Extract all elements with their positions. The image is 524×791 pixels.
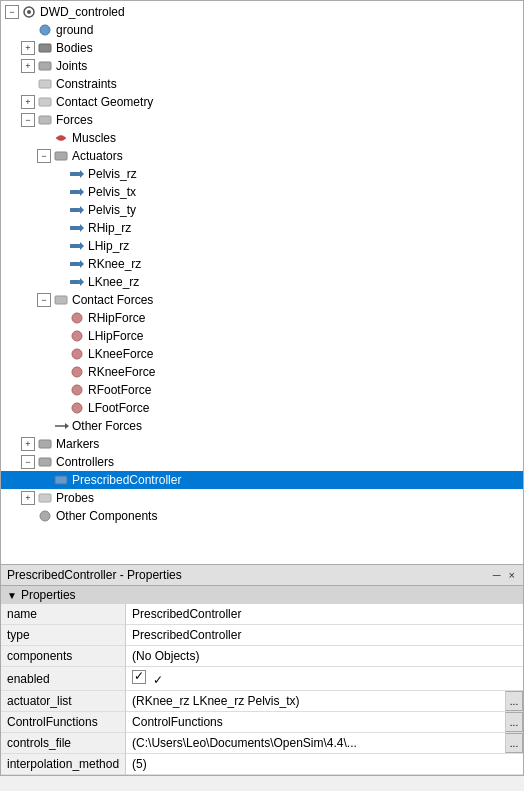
tree-item-contact-geom[interactable]: Contact Geometry [1, 93, 523, 111]
prop-row-interpolation: interpolation_method (5) [1, 754, 523, 775]
svg-marker-31 [65, 423, 69, 429]
expand-forces[interactable] [21, 113, 35, 127]
actuator-list-value: (RKnee_rz LKnee_rz Pelvis_tx) [126, 691, 505, 711]
actuators-icon [53, 148, 69, 164]
panel-close-button[interactable]: × [507, 569, 517, 581]
bodies-icon [37, 40, 53, 56]
prop-name-components: components [1, 646, 126, 667]
tree-item-rkneeforce[interactable]: RKneeForce [1, 363, 523, 381]
markers-icon [37, 436, 53, 452]
contact-forces-icon [53, 292, 69, 308]
prop-value-type: PrescribedController [126, 625, 523, 646]
tree-label-muscles: Muscles [72, 131, 116, 145]
prop-value-interpolation: (5) [126, 754, 523, 775]
expand-joints[interactable] [21, 59, 35, 73]
svg-point-25 [72, 331, 82, 341]
forces-icon [37, 112, 53, 128]
tree-item-prescribed-controller[interactable]: PrescribedController [1, 471, 523, 489]
tree-item-joints[interactable]: Joints [1, 57, 523, 75]
svg-rect-19 [70, 262, 80, 266]
prop-row-type: type PrescribedController [1, 625, 523, 646]
sphere-icon [37, 22, 53, 38]
prop-value-name: PrescribedController [126, 604, 523, 625]
expand-probes[interactable] [21, 491, 35, 505]
constraints-icon [37, 76, 53, 92]
expand-controllers[interactable] [21, 455, 35, 469]
tree-label-rhip-rz: RHip_rz [88, 221, 131, 235]
tree-item-ground[interactable]: ground [1, 21, 523, 39]
panel-header: PrescribedController - Properties ─ × [1, 565, 523, 586]
expand-root[interactable] [5, 5, 19, 19]
tree-content[interactable]: DWD_controled ground Bodies [1, 1, 523, 564]
tree-item-rknee-rz[interactable]: RKnee_rz [1, 255, 523, 273]
properties-table: name PrescribedController type Prescribe… [1, 604, 523, 775]
tree-item-lknee-rz[interactable]: LKnee_rz [1, 273, 523, 291]
expand-actuators[interactable] [37, 149, 51, 163]
tree-item-other-forces[interactable]: Other Forces [1, 417, 523, 435]
tree-item-controllers[interactable]: Controllers [1, 453, 523, 471]
tree-item-bodies[interactable]: Bodies [1, 39, 523, 57]
controls-file-browse-button[interactable]: ... [505, 733, 523, 753]
contact-force-item-icon-lfoot [69, 400, 85, 416]
contact-force-item-icon-rknee [69, 364, 85, 380]
prop-row-name: name PrescribedController [1, 604, 523, 625]
other-components-icon [37, 508, 53, 524]
tree-item-lhip-rz[interactable]: LHip_rz [1, 237, 523, 255]
tree-item-pelvis-tx[interactable]: Pelvis_tx [1, 183, 523, 201]
expand-constraints-empty [21, 77, 35, 91]
actuator-item-icon-rknee [69, 256, 85, 272]
tree-item-probes[interactable]: Probes [1, 489, 523, 507]
control-functions-browse-button[interactable]: ... [505, 712, 523, 732]
prop-row-actuator-list: actuator_list (RKnee_rz LKnee_rz Pelvis_… [1, 691, 523, 712]
expand-bodies[interactable] [21, 41, 35, 55]
section-label: Properties [21, 588, 76, 602]
expand-empty-pc [37, 473, 51, 487]
section-collapse-icon[interactable]: ▼ [7, 590, 17, 601]
tree-label-pelvis-ty: Pelvis_ty [88, 203, 136, 217]
prescribed-icon [53, 472, 69, 488]
tree-item-rfootforce[interactable]: RFootForce [1, 381, 523, 399]
tree-item-constraints[interactable]: Constraints [1, 75, 523, 93]
tree-label-lfootforce: LFootForce [88, 401, 149, 415]
tree-item-markers[interactable]: Markers [1, 435, 523, 453]
tree-label-bodies: Bodies [56, 41, 93, 55]
prop-value-enabled[interactable]: ✓ [126, 667, 523, 691]
prop-value-actuator-list: (RKnee_rz LKnee_rz Pelvis_tx) ... [126, 691, 523, 711]
expand-contact-forces[interactable] [37, 293, 51, 307]
tree-item-lfootforce[interactable]: LFootForce [1, 399, 523, 417]
svg-rect-11 [70, 190, 80, 194]
expand-contact-geom[interactable] [21, 95, 35, 109]
tree-item-rhip-rz[interactable]: RHip_rz [1, 219, 523, 237]
probes-icon [37, 490, 53, 506]
tree-item-pelvis-ty[interactable]: Pelvis_ty [1, 201, 523, 219]
prop-row-controls-file: controls_file (C:\Users\Leo\Documents\Op… [1, 733, 523, 754]
tree-label-pelvis-tx: Pelvis_tx [88, 185, 136, 199]
actuator-list-browse-button[interactable]: ... [505, 691, 523, 711]
actuator-item-icon-lhip [69, 238, 85, 254]
panel-collapse-button[interactable]: ─ [491, 569, 503, 581]
expand-empty-ptx [53, 185, 67, 199]
tree-item-contact-forces[interactable]: Contact Forces [1, 291, 523, 309]
tree-label-rkneeforce: RKneeForce [88, 365, 155, 379]
tree-item-other-components[interactable]: Other Components [1, 507, 523, 525]
expand-markers[interactable] [21, 437, 35, 451]
svg-rect-32 [39, 440, 51, 448]
tree-item-lkneeforce[interactable]: LKneeForce [1, 345, 523, 363]
tree-item-forces[interactable]: Forces [1, 111, 523, 129]
tree-item-root[interactable]: DWD_controled [1, 3, 523, 21]
tree-item-rhipforce[interactable]: RHipForce [1, 309, 523, 327]
svg-marker-18 [80, 242, 84, 250]
enabled-checkbox[interactable] [132, 670, 146, 684]
svg-marker-22 [80, 278, 84, 286]
tree-item-lhipforce[interactable]: LHipForce [1, 327, 523, 345]
tree-label-markers: Markers [56, 437, 99, 451]
tree-item-pelvis-rz[interactable]: Pelvis_rz [1, 165, 523, 183]
properties-section-header: ▼ Properties [1, 586, 523, 604]
tree-item-actuators[interactable]: Actuators [1, 147, 523, 165]
tree-label-rknee-rz: RKnee_rz [88, 257, 141, 271]
svg-rect-7 [39, 116, 51, 124]
tree-item-muscles[interactable]: Muscles [1, 129, 523, 147]
svg-marker-14 [80, 206, 84, 214]
svg-marker-20 [80, 260, 84, 268]
expand-empty [21, 23, 35, 37]
